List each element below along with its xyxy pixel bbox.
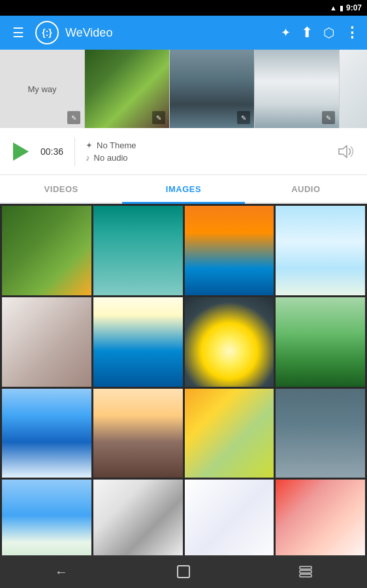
app-bar-actions: ✦ ⬆ ⬡ ⋮: [281, 24, 359, 41]
logo-text: {:}: [42, 27, 52, 38]
grid-cell-8[interactable]: [276, 297, 365, 387]
tab-videos[interactable]: VIDEOS: [0, 175, 122, 203]
back-icon: ←: [55, 564, 68, 580]
status-bar: ▲ ▮ 9:07: [0, 0, 367, 16]
theme-row: ✦ No Theme: [86, 140, 327, 150]
app-bar: ☰ {:} WeVideo ✦ ⬆ ⬡ ⋮: [0, 16, 367, 50]
controls-divider: [74, 137, 75, 166]
grid-cell-13[interactable]: [2, 480, 91, 555]
upload-icon[interactable]: ⬆: [301, 24, 313, 41]
app-logo: {:}: [35, 21, 59, 44]
bottom-nav: ←: [0, 555, 367, 588]
timeline-clip-snow[interactable]: ✎: [255, 50, 340, 128]
theme-info: ✦ No Theme ♪ No audio: [83, 140, 327, 163]
grid-image-15: [185, 480, 274, 555]
audio-label: No audio: [94, 153, 128, 163]
grid-image-11: [185, 389, 274, 478]
controls-row: 00:36 ✦ No Theme ♪ No audio: [0, 128, 367, 175]
magic-icon[interactable]: ✦: [281, 25, 291, 40]
status-icons: ▲ ▮ 9:07: [330, 3, 362, 12]
grid-image-6: [93, 297, 183, 387]
clip-edit-btn-1[interactable]: ✎: [67, 111, 80, 124]
svg-rect-1: [300, 566, 311, 569]
grid-image-4: [276, 206, 365, 295]
battery-icon: ▮: [340, 4, 343, 12]
camera-icon[interactable]: ⬡: [323, 25, 334, 41]
menu-button[interactable]: ☰: [8, 25, 29, 41]
grid-image-3: [185, 206, 274, 295]
audio-row: ♪ No audio: [86, 153, 327, 163]
theme-label: No Theme: [97, 140, 136, 150]
first-clip[interactable]: My way ✎: [0, 50, 85, 128]
timeline-strip: My way ✎ ✎ ✎ ✎: [0, 50, 367, 128]
svg-rect-2: [300, 570, 311, 573]
grid-image-10: [93, 389, 183, 478]
first-clip-label: My way: [27, 84, 56, 94]
clip-edit-btn-3[interactable]: ✎: [237, 111, 250, 124]
grid-image-7: [185, 297, 274, 387]
back-button[interactable]: ←: [45, 559, 78, 585]
time-display: 00:36: [40, 146, 67, 157]
grid-cell-7[interactable]: [185, 297, 274, 387]
grid-cell-2[interactable]: [93, 206, 183, 295]
grid-image-13: [2, 480, 91, 555]
grid-cell-14[interactable]: [93, 480, 183, 555]
grid-image-12: [276, 389, 365, 478]
app-title: WeVideo: [65, 26, 274, 40]
wifi-icon: ▲: [330, 4, 337, 12]
home-button[interactable]: [167, 559, 200, 585]
timeline-clip-road[interactable]: ✎: [170, 50, 255, 128]
clip-edit-btn-2[interactable]: ✎: [152, 111, 165, 124]
clip-edit-btn-4[interactable]: ✎: [322, 111, 335, 124]
tab-bar: VIDEOS IMAGES AUDIO: [0, 175, 367, 204]
grid-cell-9[interactable]: [2, 389, 91, 478]
home-icon: [177, 565, 190, 578]
grid-image-1: [2, 206, 91, 295]
play-icon: [13, 142, 29, 161]
recents-button[interactable]: [289, 559, 322, 585]
grid-image-5: [2, 297, 91, 387]
grid-cell-12[interactable]: [276, 389, 365, 478]
timeline-clips: ✎ ✎ ✎: [85, 50, 367, 128]
grid-image-8: [276, 297, 365, 387]
tab-images[interactable]: IMAGES: [122, 175, 244, 203]
grid-image-14: [93, 480, 183, 555]
theme-icon: ✦: [86, 140, 93, 150]
audio-icon: ♪: [86, 153, 90, 163]
grid-image-2: [93, 206, 183, 295]
timeline-clip-partial[interactable]: [340, 50, 367, 128]
volume-button[interactable]: [334, 140, 358, 163]
grid-image-16: [276, 480, 365, 555]
grid-image-9: [2, 389, 91, 478]
recents-icon: [298, 566, 313, 578]
svg-marker-0: [339, 146, 347, 157]
image-grid: [0, 204, 367, 555]
grid-cell-3[interactable]: [185, 206, 274, 295]
grid-cell-5[interactable]: [2, 297, 91, 387]
timeline-clip-forest[interactable]: ✎: [85, 50, 170, 128]
play-button[interactable]: [9, 140, 33, 163]
content-area: [0, 204, 367, 555]
more-icon[interactable]: ⋮: [345, 24, 359, 41]
grid-cell-1[interactable]: [2, 206, 91, 295]
status-time: 9:07: [346, 3, 362, 12]
grid-cell-10[interactable]: [93, 389, 183, 478]
grid-cell-6[interactable]: [93, 297, 183, 387]
grid-cell-16[interactable]: [276, 480, 365, 555]
grid-cell-4[interactable]: [276, 206, 365, 295]
svg-rect-3: [300, 574, 311, 577]
tab-audio[interactable]: AUDIO: [245, 175, 367, 203]
volume-icon: [338, 145, 355, 158]
grid-cell-15[interactable]: [185, 480, 274, 555]
grid-cell-11[interactable]: [185, 389, 274, 478]
